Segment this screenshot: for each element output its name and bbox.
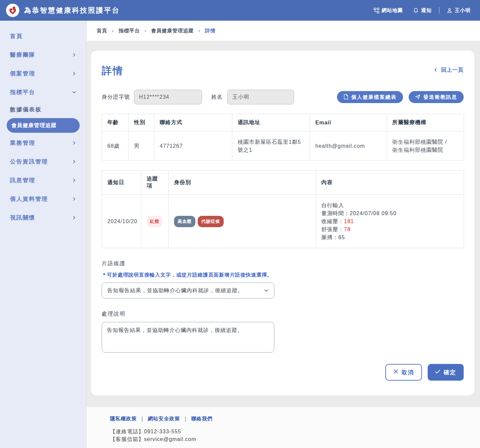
send-icon <box>415 94 420 100</box>
col-gender: 性別 <box>129 114 154 131</box>
col-identity: 身份別 <box>169 170 316 195</box>
phrase-maintenance-label: 片語維護 <box>102 260 464 267</box>
header-divider <box>439 7 439 14</box>
sidebar-item-profile-management[interactable]: 個人資料管理 <box>0 189 86 208</box>
user-menu[interactable]: 王小明 <box>447 7 471 14</box>
col-address: 通訊地址 <box>232 114 310 131</box>
close-icon <box>393 369 398 376</box>
content-pulse: 脈搏：65 <box>321 234 458 242</box>
sidebar-item-data-dashboard[interactable]: 數據儀表板 <box>0 101 86 117</box>
name-field[interactable] <box>227 90 294 104</box>
col-content: 內容 <box>316 170 464 195</box>
cell-age: 68歲 <box>102 131 129 161</box>
check-icon <box>435 369 440 376</box>
hypertension-badge: 高血壓 <box>174 216 195 227</box>
chevron-right-icon <box>72 215 76 220</box>
contact-email: 【客服信箱】service@gmail.com <box>110 435 463 443</box>
sidebar-item-message-management[interactable]: 訊息管理 <box>0 171 86 189</box>
bell-icon <box>413 8 419 13</box>
sidebar-item-indicator-platform[interactable]: 指標平台 <box>0 83 86 101</box>
sidebar-item-video-care[interactable]: 視訊關懷 <box>0 208 86 227</box>
content-diastolic: 舒張壓：78 <box>321 226 458 234</box>
sidebar-item-business-management[interactable]: 業務管理 <box>0 133 86 152</box>
user-icon <box>447 8 452 13</box>
sidebar-item-home[interactable]: 首頁 <box>0 27 86 45</box>
personal-health-record-button[interactable]: 個人健康檔案總表 <box>337 91 403 103</box>
profile-table-row: 68歲 男 4771267 桃園市新屋區石磊里1鄰5號之1 health@gma… <box>102 131 464 161</box>
send-health-education-button[interactable]: 發送衛教訊息 <box>409 91 464 103</box>
content-input-type: 自行輸入 <box>321 201 458 209</box>
confirm-button[interactable]: 確定 <box>428 364 464 381</box>
sidebar-item-case-management[interactable]: 個案管理 <box>0 64 86 83</box>
back-label: 回上一頁 <box>441 67 464 74</box>
cancel-button[interactable]: 取消 <box>385 364 422 381</box>
content-measure-time: 量測時間：2024/07/08 09:50 <box>321 209 458 217</box>
cell-contact: 4771267 <box>154 131 232 161</box>
cell-content: 自行輸入 量測時間：2024/07/08 09:50 收縮壓：181 舒張壓：7… <box>316 195 464 248</box>
contact-us-link[interactable]: 聯絡我們 <box>191 416 212 422</box>
sidebar-item-medical-team[interactable]: 醫療團隊 <box>0 45 86 64</box>
notifications-label: 通知 <box>421 7 432 14</box>
footer-link-separator: ｜ <box>183 416 188 422</box>
breadcrumb-separator: › <box>112 28 114 33</box>
content-area: 詳情 回上一頁 身分證字號 姓名 <box>87 41 480 407</box>
breadcrumb-member-health-tracking[interactable]: 會員健康管理追蹤 <box>151 28 194 34</box>
id-number-field[interactable] <box>134 90 202 104</box>
sitemap-label: 網站地圖 <box>382 7 403 14</box>
breadcrumb-indicator-platform[interactable]: 指標平台 <box>119 28 140 34</box>
app-title: 為恭智慧健康科技照護平台 <box>24 6 120 15</box>
profile-table-header-row: 年齡 性別 聯絡方式 通訊地址 Email 所屬醫療機構 <box>102 114 464 131</box>
footer-links: 隱私權政策 ｜ 網站安全政策 ｜ 聯絡我們 <box>110 416 463 422</box>
user-name: 王小明 <box>455 7 471 14</box>
chevron-left-icon <box>433 67 438 73</box>
breadcrumb-current: 詳情 <box>205 28 216 34</box>
cell-medical-org: 衛生福利部桃園醫院 / 衛生福利部桃園醫院 <box>387 131 464 161</box>
tracking-table-row: 2024/10/20 紅燈 高血壓 代謝症候 <box>102 195 464 248</box>
footer: 隱私權政策 ｜ 網站安全政策 ｜ 聯絡我們 【連絡電話】0912-333-555… <box>87 407 480 448</box>
contact-phone: 【連絡電話】0912-333-555 <box>110 428 463 435</box>
notifications-link[interactable]: 通知 <box>413 7 432 14</box>
back-button[interactable]: 回上一頁 <box>433 67 464 74</box>
col-email: Email <box>310 114 387 131</box>
sitemap-icon <box>374 8 379 13</box>
footer-contact: 【連絡電話】0912-333-555 【客服信箱】service@gmail.c… <box>110 428 463 443</box>
content-systolic: 收縮壓：181 <box>321 217 458 226</box>
col-age: 年齡 <box>102 114 129 131</box>
chevron-right-icon <box>72 141 76 145</box>
security-policy-link[interactable]: 網站安全政策 <box>148 416 180 422</box>
privacy-policy-link[interactable]: 隱私權政策 <box>110 416 137 422</box>
cell-email: health@gmail.com <box>310 131 387 161</box>
id-number-label: 身分證字號 <box>102 94 130 101</box>
sidebar-item-member-health-tracking[interactable]: 會員健康管理追蹤 <box>7 118 80 133</box>
red-light-badge: 紅燈 <box>147 216 163 227</box>
chevron-right-icon <box>72 71 76 76</box>
app: 為恭智慧健康科技照護平台 網站地圖 <box>0 0 480 448</box>
header-nav: 網站地圖 通知 王小明 <box>374 7 471 14</box>
sidebar-item-announcement-management[interactable]: 公告資訊管理 <box>0 152 86 171</box>
chevron-down-icon <box>72 90 76 94</box>
sidebar: 首頁 醫療團隊 個案管理 指標平台 數據儀表板 會員健康管理追蹤 業務管理 <box>0 21 87 448</box>
app-logo-icon <box>6 4 19 17</box>
main-column: 首頁 › 指標平台 › 會員健康管理追蹤 › 詳情 詳情 <box>87 21 480 448</box>
footer-link-separator: ｜ <box>140 416 145 422</box>
col-contact: 聯絡方式 <box>154 114 232 131</box>
page-title: 詳情 <box>102 64 124 78</box>
phrase-selected-value: 告知報告結果，並協助轉介心臟內科就診，後續追蹤。 <box>107 287 243 294</box>
detail-card: 詳情 回上一頁 身分證字號 姓名 <box>91 51 474 395</box>
tracking-table-header-row: 通知日 追蹤項 身份別 內容 <box>102 170 464 195</box>
cell-gender: 男 <box>129 131 154 161</box>
breadcrumb-separator: › <box>198 28 200 33</box>
chevron-right-icon <box>72 197 76 201</box>
chevron-right-icon <box>72 178 76 182</box>
document-icon <box>343 94 348 100</box>
col-tracking-item: 追蹤項 <box>141 170 169 195</box>
chevron-right-icon <box>72 159 76 164</box>
process-description-label: 處理說明 <box>102 311 464 318</box>
profile-table: 年齡 性別 聯絡方式 通訊地址 Email 所屬醫療機構 68歲 <box>102 114 464 161</box>
sitemap-link[interactable]: 網站地圖 <box>374 7 403 14</box>
breadcrumb-home[interactable]: 首頁 <box>97 28 107 34</box>
chevron-down-icon <box>264 288 269 293</box>
process-description-textarea[interactable]: 告知報告結果，並協助轉介心臟內科就診，後續追蹤。 <box>102 322 274 353</box>
phrase-select[interactable]: 告知報告結果，並協助轉介心臟內科就診，後續追蹤。 <box>102 283 274 299</box>
col-notify-date: 通知日 <box>102 170 141 195</box>
